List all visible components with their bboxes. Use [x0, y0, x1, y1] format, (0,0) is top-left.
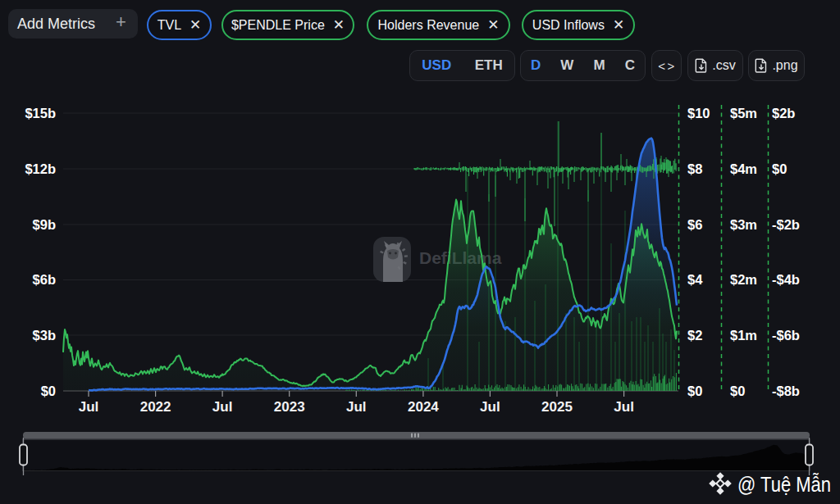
svg-text:-$8b: -$8b: [772, 384, 800, 398]
svg-text:Jul: Jul: [346, 399, 367, 415]
svg-text:$0: $0: [687, 384, 702, 398]
svg-text:Jul: Jul: [614, 399, 634, 415]
svg-text:$3b: $3b: [33, 328, 56, 343]
svg-text:$1m: $1m: [730, 328, 757, 343]
svg-text:2023: 2023: [274, 399, 305, 415]
svg-text:$0: $0: [772, 161, 787, 176]
svg-text:$6b: $6b: [33, 272, 56, 287]
svg-text:-$6b: -$6b: [772, 328, 800, 343]
svg-text:Jul: Jul: [79, 399, 99, 415]
svg-text:$5m: $5m: [730, 106, 757, 120]
svg-text:$0: $0: [730, 384, 745, 398]
svg-text:Jul: Jul: [212, 399, 233, 415]
svg-text:@ Tuệ Mẫn: @ Tuệ Mẫn: [737, 472, 831, 497]
svg-text:$6: $6: [687, 217, 702, 232]
svg-text:$3m: $3m: [730, 217, 757, 232]
svg-text:2025: 2025: [541, 399, 573, 415]
svg-text:$4: $4: [687, 272, 703, 287]
svg-text:$0: $0: [41, 384, 56, 398]
svg-text:Jul: Jul: [480, 399, 500, 415]
svg-text:2024: 2024: [408, 399, 439, 415]
svg-text:$4m: $4m: [730, 161, 757, 176]
svg-text:$2m: $2m: [730, 272, 757, 287]
svg-text:$2b: $2b: [772, 106, 795, 120]
svg-text:$15b: $15b: [25, 106, 56, 120]
svg-text:$9b: $9b: [33, 217, 56, 232]
svg-text:$8: $8: [687, 161, 702, 176]
svg-text:$2: $2: [687, 328, 702, 343]
svg-text:$10: $10: [687, 106, 710, 120]
svg-text:-$2b: -$2b: [772, 217, 800, 232]
svg-text:-$4b: -$4b: [772, 272, 800, 287]
svg-text:$12b: $12b: [25, 161, 56, 176]
svg-text:2022: 2022: [140, 399, 171, 415]
